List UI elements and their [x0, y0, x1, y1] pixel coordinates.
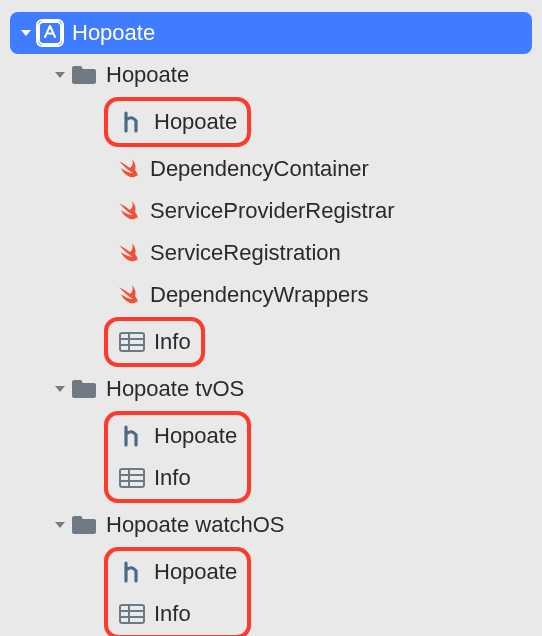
file-row[interactable]: Hopoate — [112, 415, 243, 457]
file-row[interactable]: ServiceRegistration — [108, 232, 532, 274]
file-row[interactable]: Info — [112, 457, 243, 499]
file-row[interactable]: Info — [112, 321, 197, 363]
file-label: Info — [154, 601, 191, 627]
chevron-down-icon[interactable] — [50, 383, 70, 395]
swift-file-icon — [114, 239, 142, 267]
header-file-icon — [118, 558, 146, 586]
swift-file-icon — [114, 197, 142, 225]
file-label: Hopoate — [154, 559, 237, 585]
folder-row[interactable]: Hopoate tvOS — [10, 368, 532, 410]
header-file-icon — [118, 422, 146, 450]
project-root-row[interactable]: Hopoate — [10, 12, 532, 54]
swift-file-icon — [114, 281, 142, 309]
chevron-down-icon[interactable] — [16, 27, 36, 39]
header-file-icon — [118, 108, 146, 136]
svg-rect-1 — [120, 333, 144, 351]
folder-label: Hopoate — [106, 62, 189, 88]
file-row[interactable]: Info — [112, 593, 243, 635]
file-label: Info — [154, 465, 191, 491]
file-row[interactable]: Hopoate — [112, 101, 243, 143]
folder-icon — [70, 375, 98, 403]
folder-icon — [70, 61, 98, 89]
chevron-down-icon[interactable] — [50, 69, 70, 81]
folder-icon — [70, 511, 98, 539]
file-row[interactable]: ServiceProviderRegistrar — [108, 190, 532, 232]
file-label: ServiceProviderRegistrar — [150, 198, 395, 224]
plist-file-icon — [118, 464, 146, 492]
file-label: Info — [154, 329, 191, 355]
chevron-down-icon[interactable] — [50, 519, 70, 531]
file-label: Hopoate — [154, 109, 237, 135]
swift-file-icon — [114, 155, 142, 183]
file-label: Hopoate — [154, 423, 237, 449]
file-label: DependencyContainer — [150, 156, 369, 182]
plist-file-icon — [118, 600, 146, 628]
folder-label: Hopoate tvOS — [106, 376, 244, 402]
project-root-label: Hopoate — [72, 20, 155, 46]
file-label: ServiceRegistration — [150, 240, 341, 266]
app-icon — [36, 19, 64, 47]
file-row[interactable]: DependencyWrappers — [108, 274, 532, 316]
svg-rect-5 — [120, 469, 144, 487]
svg-rect-9 — [120, 605, 144, 623]
folder-label: Hopoate watchOS — [106, 512, 285, 538]
file-label: DependencyWrappers — [150, 282, 369, 308]
folder-row[interactable]: Hopoate watchOS — [10, 504, 532, 546]
file-row[interactable]: Hopoate — [112, 551, 243, 593]
folder-row[interactable]: Hopoate — [10, 54, 532, 96]
file-row[interactable]: DependencyContainer — [108, 148, 532, 190]
plist-file-icon — [118, 328, 146, 356]
